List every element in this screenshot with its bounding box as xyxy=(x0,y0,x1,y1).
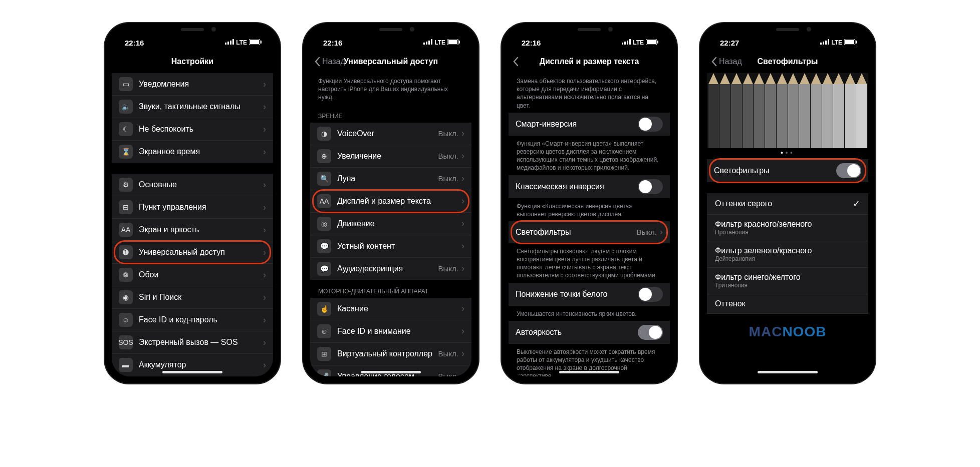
accessibility-row-switch[interactable]: ⊞Виртуальный контроллерВыкл.› xyxy=(310,343,471,365)
wallpaper-icon: ❁ xyxy=(119,268,133,282)
toggle[interactable] xyxy=(638,287,663,302)
status-time: 22:16 xyxy=(323,39,342,47)
pencils-preview[interactable] xyxy=(707,73,868,148)
row-note: Функция «Классическая инверсия цвета» вы… xyxy=(509,198,670,221)
accessibility-row-spoken[interactable]: 💬Устный контент› xyxy=(310,235,471,258)
filter-option[interactable]: Фильтр синего/желтогоТританопия xyxy=(707,268,868,294)
pencil xyxy=(833,73,844,148)
svg-rect-9 xyxy=(428,41,430,45)
screen-time-icon: ⌛ xyxy=(119,145,133,159)
settings-row-screen-time[interactable]: ⌛Экранное время› xyxy=(112,141,273,163)
row-label: Уведомления xyxy=(139,80,263,89)
sos-icon: SOS xyxy=(119,335,133,349)
svg-rect-3 xyxy=(232,39,234,45)
toggle[interactable] xyxy=(836,163,861,178)
accessibility-row-touch[interactable]: ☝Касание› xyxy=(310,298,471,320)
filter-option[interactable]: Фильтр красного/зеленогоПротанопия xyxy=(707,215,868,241)
display-row[interactable]: Классическая инверсия xyxy=(509,175,670,198)
svg-rect-15 xyxy=(624,42,626,45)
display-row[interactable]: Смарт-инверсия xyxy=(509,113,670,136)
home-indicator[interactable] xyxy=(559,371,619,373)
page-title: Настройки xyxy=(171,57,213,66)
back-button[interactable]: Назад xyxy=(711,50,742,73)
accessibility-row-textsize[interactable]: AAДисплей и размер текста› xyxy=(310,190,471,213)
chevron-right-icon: › xyxy=(461,371,464,376)
row-value: Выкл. xyxy=(637,228,657,236)
top-note: Замена объектов пользовательского интерф… xyxy=(509,73,670,113)
row-note: Функция «Смарт-инверсия цвета» выполняет… xyxy=(509,136,670,175)
face-icon: ☺ xyxy=(317,324,331,338)
display-row[interactable]: СветофильтрыВыкл.› xyxy=(509,221,670,243)
pencil xyxy=(788,73,799,148)
toggle[interactable] xyxy=(638,325,663,340)
page-title: Светофильтры xyxy=(758,57,818,66)
nav-bar: Настройки xyxy=(112,50,273,73)
page-dots[interactable]: ●●● xyxy=(707,148,868,159)
home-indicator[interactable] xyxy=(758,371,818,373)
accessibility-row-audiodesc[interactable]: 💬АудиодескрипцияВыкл.› xyxy=(310,258,471,280)
accessibility-row-motion[interactable]: ◎Движение› xyxy=(310,213,471,235)
touch-icon: ☝ xyxy=(317,302,331,316)
filter-option[interactable]: Оттенки серого✓ xyxy=(707,193,868,215)
accessibility-row-zoom[interactable]: ⊕УвеличениеВыкл.› xyxy=(310,145,471,168)
motion-icon: ◎ xyxy=(317,217,331,231)
svg-rect-22 xyxy=(823,42,824,45)
filter-option[interactable]: Фильтр зеленого/красногоДейтеранопия xyxy=(707,241,868,268)
phone-display-text-size: 22:16 LTE Дисплей и размер текста Замена… xyxy=(502,23,677,383)
chevron-right-icon: › xyxy=(461,151,464,161)
settings-row-notify[interactable]: ▭Уведомления› xyxy=(112,73,273,96)
settings-row-dnd[interactable]: ☾Не беспокоить› xyxy=(112,118,273,141)
home-indicator[interactable] xyxy=(162,371,222,373)
voice-icon: 🎤 xyxy=(317,369,331,376)
svg-rect-1 xyxy=(227,42,229,45)
row-label: Обои xyxy=(139,270,263,279)
settings-row-faceid[interactable]: ☺Face ID и код-пароль› xyxy=(112,309,273,331)
display-row[interactable]: Автояркость xyxy=(509,321,670,344)
status-time: 22:27 xyxy=(720,39,739,47)
toggle[interactable] xyxy=(638,117,663,132)
checkmark-icon: ✓ xyxy=(853,198,860,209)
settings-row-control[interactable]: ⊟Пункт управления› xyxy=(112,196,273,219)
section-header: МОТОРНО-ДВИГАТЕЛЬНЫЙ АППАРАТ xyxy=(310,280,471,298)
accessibility-row-face[interactable]: ☺Face ID и внимание› xyxy=(310,320,471,343)
settings-row-sound[interactable]: 🔈Звуки, тактильные сигналы› xyxy=(112,96,273,118)
settings-row-accessibility[interactable]: ➊Универсальный доступ› xyxy=(112,241,273,264)
battery-icon xyxy=(844,39,857,47)
back-button[interactable]: Назад xyxy=(314,50,345,73)
settings-row-sos[interactable]: SOSЭкстренный вызов — SOS› xyxy=(112,331,273,354)
home-indicator[interactable] xyxy=(361,371,421,373)
toggle[interactable] xyxy=(638,179,663,194)
pencil xyxy=(765,73,776,148)
pencil xyxy=(811,73,822,148)
row-label: Основные xyxy=(139,180,263,189)
siri-icon: ◉ xyxy=(119,290,133,304)
network-label: LTE xyxy=(236,39,247,46)
color-filters-toggle-row[interactable]: Светофильтры xyxy=(707,159,868,182)
display-row-group: Автояркость xyxy=(509,321,670,344)
accessibility-row-voiceover[interactable]: ◑VoiceOverВыкл.› xyxy=(310,123,471,145)
network-label: LTE xyxy=(633,39,644,46)
settings-row-siri[interactable]: ◉Siri и Поиск› xyxy=(112,286,273,309)
filter-sublabel: Дейтеранопия xyxy=(715,255,860,262)
settings-row-general[interactable]: ⚙Основные› xyxy=(112,174,273,196)
settings-row-display[interactable]: AAЭкран и яркость› xyxy=(112,219,273,241)
svg-rect-20 xyxy=(657,41,658,44)
chevron-right-icon: › xyxy=(263,180,266,190)
row-label: Face ID и внимание xyxy=(337,327,461,336)
back-button[interactable] xyxy=(513,50,519,73)
pencil xyxy=(799,73,810,148)
chevron-left-icon xyxy=(314,57,320,67)
settings-row-wallpaper[interactable]: ❁Обои› xyxy=(112,264,273,286)
filter-label: Оттенок xyxy=(715,299,860,308)
settings-group: ⚙Основные›⊟Пункт управления›AAЭкран и яр… xyxy=(112,174,273,376)
display-row[interactable]: Понижение точки белого xyxy=(509,283,670,306)
network-label: LTE xyxy=(831,39,842,46)
accessibility-icon: ➊ xyxy=(119,245,133,259)
accessibility-row-magnifier[interactable]: 🔍ЛупаВыкл.› xyxy=(310,168,471,190)
chevron-right-icon: › xyxy=(263,225,266,235)
row-label: Face ID и код-пароль xyxy=(139,315,263,324)
phone-accessibility: 22:16 LTE Назад Универсальный доступ Фун… xyxy=(303,23,478,383)
svg-rect-8 xyxy=(426,42,427,45)
filter-option[interactable]: Оттенок xyxy=(707,294,868,314)
nav-bar: Назад Светофильтры xyxy=(707,50,868,73)
